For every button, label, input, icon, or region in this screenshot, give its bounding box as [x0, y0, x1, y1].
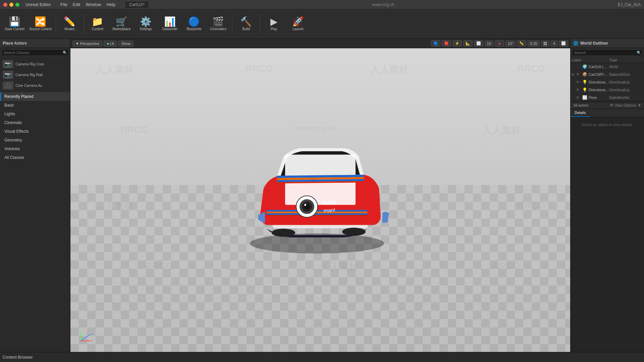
view-options-label: View Options	[615, 103, 637, 107]
axis-indicator: X Y Z	[77, 327, 94, 345]
bottom-bar: Content Browser	[0, 352, 644, 362]
vp-icon-btn-5[interactable]: ⬜	[474, 40, 483, 47]
vp-icon-btn-1[interactable]: 🔵	[431, 40, 440, 47]
eye-icon-4[interactable]: 👁	[576, 96, 581, 100]
outliner-item-floor[interactable]: 👁 ⬜ Floor StaticMeshAc	[571, 94, 644, 102]
active-tab[interactable]: Car01A*	[125, 1, 149, 8]
svg-text:Nose: Nose	[322, 198, 337, 206]
outliner-type-2: DirectionalLig	[609, 80, 643, 84]
blueprints-button[interactable]: 🔵 Blueprints	[182, 11, 206, 38]
tab-details-2[interactable]	[590, 109, 598, 117]
asset-cine-camera[interactable]: 🎥 Cine Camera Ac	[1, 80, 69, 91]
marketplace-icon: 🛒	[116, 17, 127, 26]
vp-icon-btn-7[interactable]: 📏	[517, 40, 526, 47]
perspective-toggle[interactable]: ▼ Perspective	[72, 41, 102, 47]
svg-point-9	[272, 229, 295, 237]
save-current-button[interactable]: 💾 Save Current	[3, 11, 26, 38]
sidebar-item-volumes[interactable]: Volumes	[0, 144, 70, 153]
tab-area: Car01A*	[125, 1, 149, 8]
cinematics-icon: 🎬	[212, 17, 224, 26]
datasmith-icon: 📊	[164, 17, 176, 26]
modes-button[interactable]: ✏️ Modes	[58, 11, 82, 38]
tab-details[interactable]: Details	[571, 109, 590, 117]
cinematics-button[interactable]: 🎬 Cinematics	[207, 11, 230, 38]
outliner-icon-4: ⬜	[582, 95, 587, 100]
vp-icon-btn-4[interactable]: 📐	[463, 40, 473, 47]
show-toggle[interactable]: Show	[118, 41, 134, 47]
outliner-item-directionallight2[interactable]: 👁 💡 DirectionalLight2 DirectionalLig	[571, 86, 644, 94]
eye-icon-2[interactable]: 👁	[576, 80, 581, 84]
recently-placed-list: 📷 Camera Rig Cran 📷 Camera Rig Rail 🎥 Ci…	[0, 57, 70, 92]
asset-thumb-3: 🎥	[3, 81, 13, 89]
viewport-canvas[interactable]: 人人素材 RRCG 人人素材 RRCG RRCG www.rrcg.ch 人人素…	[70, 48, 570, 352]
outliner-type-4: StaticMeshAc	[609, 96, 643, 100]
source-control-button[interactable]: 🔀 Source Control	[27, 11, 54, 38]
toolbar-separator-1	[56, 14, 56, 34]
view-options-btn[interactable]: 👁 View Options ▼	[610, 103, 642, 107]
close-button[interactable]	[3, 3, 7, 7]
viewport-area: ▼ Perspective ● Lit Show 🔵 🔴 ⚡ 📐 ⬜ 10 🔺 …	[70, 39, 570, 352]
asset-camera-rig-rail[interactable]: 📷 Camera Rig Rail	[1, 69, 69, 80]
toolbar-separator-4	[260, 14, 260, 34]
vp-maximize[interactable]: ⬜	[559, 40, 568, 47]
outliner-item-carcwfinal[interactable]: ▶ 👁 📦 CarCWFinal01A DatasmithSce	[571, 71, 644, 78]
grid-size[interactable]: 10	[485, 41, 493, 47]
toolbar-separator-3	[232, 14, 232, 34]
vp-icon-btn-6[interactable]: 🔺	[495, 40, 504, 47]
sidebar-item-geometry[interactable]: Geometry	[0, 136, 70, 144]
details-empty-message: Select an object to view details.	[571, 117, 644, 132]
build-icon: 🔨	[240, 17, 252, 26]
minimize-button[interactable]	[9, 3, 13, 7]
menu-edit[interactable]: Edit	[73, 2, 80, 7]
marketplace-button[interactable]: 🛒 Marketplace	[110, 11, 133, 38]
left-panel: Place Actors 🔍 📷 Camera Rig Cran 📷 Camer…	[0, 39, 70, 352]
lit-toggle[interactable]: ● Lit	[104, 41, 117, 47]
title-center: www.rrcg.ch	[152, 2, 615, 7]
outliner-item-directionallight[interactable]: 👁 💡 DirectionalLight DirectionalLig	[571, 78, 644, 86]
content-label: Content	[92, 27, 103, 31]
eye-icon-1[interactable]: 👁	[576, 72, 581, 76]
datasmith-button[interactable]: 📊 Datasmith	[158, 11, 182, 38]
sidebar-item-all-classes[interactable]: All Classes	[0, 153, 70, 162]
outliner-name-4: Floor	[589, 96, 609, 100]
modes-icon: ✏️	[64, 17, 75, 26]
build-button[interactable]: 🔨 Build	[234, 11, 258, 38]
cinematics-label: Cinematics	[210, 27, 226, 31]
outliner-name-1: CarCWFinal01A	[589, 72, 609, 76]
content-button[interactable]: 📁 Content	[86, 11, 109, 38]
asset-camera-rig-crane[interactable]: 📷 Camera Rig Cran	[1, 59, 69, 69]
eye-icon-view: 👁	[610, 103, 613, 107]
sidebar-item-recently-placed[interactable]: Recently Placed	[0, 92, 70, 101]
launch-button[interactable]: 🚀 Launch	[286, 11, 310, 38]
search-classes-input[interactable]	[1, 49, 69, 56]
launch-icon: 🚀	[292, 17, 304, 26]
settings-label: Settings	[140, 27, 152, 31]
outliner-item-car01a[interactable]: 🌍 Car01A (Editor) World	[571, 63, 644, 71]
vp-icon-btn-3[interactable]: ⚡	[452, 40, 462, 47]
settings-button[interactable]: ⚙️ Settings	[134, 11, 158, 38]
asset-label-1: Camera Rig Cran	[15, 62, 44, 66]
sidebar-item-lights[interactable]: Lights	[0, 110, 70, 118]
scale-snap[interactable]: 0.25	[528, 41, 539, 47]
vp-icon-btn-9[interactable]: 4	[551, 41, 557, 47]
vp-icon-btn-8[interactable]: 🖼	[541, 41, 549, 47]
menu-help[interactable]: Help	[106, 2, 115, 7]
outliner-search-input[interactable]	[572, 49, 643, 56]
outliner-actors-row: 18 actors 👁 View Options ▼	[571, 102, 644, 109]
sidebar-item-basic[interactable]: Basic	[0, 101, 70, 110]
svg-line-11	[80, 334, 91, 341]
vp-icon-btn-2[interactable]: 🔴	[442, 40, 451, 47]
sidebar-item-visual-effects[interactable]: Visual Effects	[0, 127, 70, 136]
content-browser-title: Content Browser	[3, 355, 33, 360]
outliner-table-header: Label Type	[571, 57, 644, 63]
maximize-button[interactable]	[15, 3, 19, 7]
sidebar-item-cinematic[interactable]: Cinematic	[0, 118, 70, 127]
menu-window[interactable]: Window	[86, 2, 101, 7]
search-icon: 🔍	[63, 51, 67, 55]
outliner-icon-1: 📦	[582, 72, 587, 77]
eye-icon-3[interactable]: 👁	[576, 88, 581, 92]
rotation-snap[interactable]: 10°	[505, 41, 516, 47]
menu-file[interactable]: File	[60, 2, 67, 7]
svg-text:X: X	[91, 333, 93, 336]
play-button[interactable]: ▶ Play	[262, 11, 286, 38]
